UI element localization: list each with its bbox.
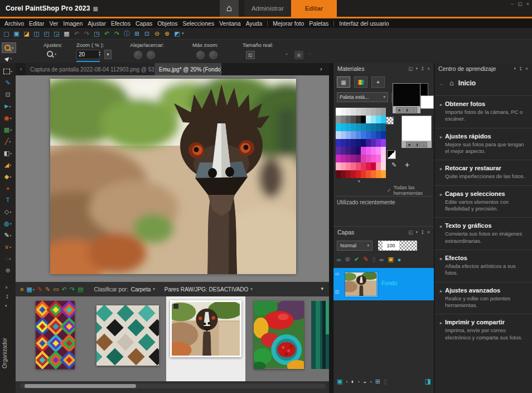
all-tools-checkbox[interactable]: ✓ Todas las herramientas — [387, 185, 434, 196]
float-panel-icon[interactable]: ◱ — [408, 66, 413, 71]
layer-row-fondo[interactable]: ▭ ◱ Fondo — [333, 268, 434, 300]
color-swatch[interactable] — [361, 155, 366, 162]
balloon-tool[interactable]: ◍▾ — [1, 218, 15, 229]
color-swatch[interactable] — [336, 147, 341, 155]
workspace-tab-editar[interactable]: Editar — [291, 0, 337, 17]
thumbnail-market[interactable] — [254, 301, 304, 369]
raw-jpg-dropdown[interactable]: Pares RAW/JPG: DESACTIVADO▾ — [165, 286, 253, 293]
minimize-button[interactable]: – — [511, 1, 514, 7]
color-swatch[interactable] — [351, 116, 356, 123]
color-swatch[interactable] — [341, 131, 346, 139]
background-chip-buttons[interactable]: ▣◨▯ — [402, 141, 432, 148]
color-swatch[interactable] — [366, 162, 371, 170]
color-swatch[interactable] — [361, 123, 366, 131]
menu-ajustar[interactable]: Ajustar — [88, 20, 106, 27]
zoom-in-max-button[interactable] — [209, 51, 217, 59]
layer-visibility-icon[interactable]: ▭ — [335, 271, 340, 276]
gradient-tool[interactable]: ◧▾ — [1, 147, 15, 159]
zoom-spinner[interactable]: ▴▾ — [99, 51, 100, 56]
color-swatch[interactable] — [356, 116, 361, 123]
color-swatch[interactable] — [371, 123, 376, 131]
menu-mejorar-foto[interactable]: Mejorar foto — [273, 20, 304, 27]
zoom-out-icon[interactable]: ⊖ — [153, 30, 161, 37]
color-swatch[interactable] — [356, 108, 361, 116]
color-swatch[interactable] — [341, 123, 346, 131]
open-image-icon[interactable]: ▣ — [12, 30, 21, 37]
redo-icon[interactable]: ↷ — [113, 30, 121, 37]
zoom-out-button[interactable] — [134, 51, 142, 59]
restore-button[interactable]: ◱ — [518, 1, 523, 7]
mesh-warp-tool[interactable]: ⊕ — [1, 265, 15, 276]
menu-ayuda[interactable]: Ayuda — [246, 20, 263, 27]
transparency-toggle[interactable] — [386, 117, 394, 124]
add-color-icon[interactable]: + — [405, 160, 409, 169]
org-menu-icon[interactable]: ≡ — [20, 286, 23, 293]
extra-option-dot[interactable] — [286, 53, 288, 55]
color-swatch[interactable] — [341, 162, 346, 170]
org-thumbnail-mode-icon[interactable]: ▦▾ — [26, 286, 34, 293]
learning-section-obtener-fotos[interactable]: ▸Obtener fotosImporte fotos de la cámara… — [434, 95, 532, 128]
crop-tool[interactable]: ⊡ — [1, 89, 15, 100]
organizer-close-icon[interactable]: × — [5, 285, 8, 290]
color-swatch[interactable] — [366, 108, 371, 116]
new-image-icon[interactable]: ▢ — [2, 30, 11, 37]
palette-select-dropdown[interactable]: Paleta está...▾ — [337, 92, 388, 102]
chain-link-icon[interactable]: ∞ — [380, 256, 384, 263]
color-swatch[interactable] — [356, 162, 361, 170]
color-swatch[interactable] — [366, 155, 371, 162]
menu-capas[interactable]: Capas — [136, 20, 152, 27]
menu-ver[interactable]: Ver — [49, 20, 58, 27]
presets-dropdown[interactable]: ▾ — [47, 51, 56, 57]
makeover-tool[interactable]: ▩▾ — [1, 124, 15, 136]
color-swatch[interactable] — [371, 155, 376, 162]
straighten-tool[interactable]: ╱▾ — [1, 136, 15, 147]
thumbnail-emu-selected[interactable]: ◦ — [170, 300, 241, 357]
color-swatch[interactable] — [361, 108, 366, 116]
zoom-in-button[interactable] — [147, 51, 155, 59]
ghost-layer-icon[interactable]: ▯ — [373, 256, 376, 263]
color-swatch[interactable] — [381, 116, 386, 123]
scrollbar-thumb[interactable] — [25, 384, 136, 388]
color-swatch[interactable] — [356, 131, 361, 139]
color-swatch[interactable] — [356, 155, 361, 162]
menu-efectos[interactable]: Efectos — [111, 20, 130, 27]
color-swatch[interactable] — [341, 108, 346, 116]
shape-tool[interactable]: ◇▾ — [1, 206, 15, 218]
color-swatch[interactable] — [346, 116, 351, 123]
link-layers-icon[interactable]: ∞ — [337, 256, 341, 263]
learning-section-imprimir-y-compartir[interactable]: ▸Imprimir y compartirImprima, envíe por … — [434, 314, 532, 346]
rainbow-tab[interactable] — [354, 76, 367, 88]
chevron-down-icon[interactable]: ▾ — [415, 66, 418, 71]
color-swatch[interactable] — [361, 116, 366, 123]
color-swatch[interactable] — [376, 170, 381, 178]
menu-imagen[interactable]: Imagen — [63, 20, 83, 27]
chevron-down-icon[interactable]: ▾ — [415, 230, 418, 234]
sort-by-dropdown[interactable]: Carpeta▾ — [131, 286, 155, 293]
color-swatch[interactable] — [336, 108, 341, 116]
back-icon[interactable]: ← — [439, 80, 445, 87]
learning-section-ajustes-rapidos[interactable]: ▸Ajustes rápidosMejore sus fotos para qu… — [434, 128, 532, 160]
float-panel-icon[interactable]: ◱ — [408, 229, 413, 235]
extra-option-grid[interactable]: ⁘ — [308, 52, 312, 57]
thumbnail-tiles[interactable] — [96, 305, 159, 366]
close-icon[interactable]: × — [427, 66, 430, 71]
chevron-down-icon[interactable]: ▾ — [5, 304, 7, 308]
color-swatch[interactable] — [356, 123, 361, 131]
color-swatch[interactable] — [371, 116, 376, 123]
layer-link-icon[interactable]: ◱ — [335, 289, 340, 294]
highlight-brush-icon[interactable]: ✎ — [363, 256, 368, 263]
learning-section-ajustes-avanzados[interactable]: ▸Ajustes avanzadosRealce y edite con pot… — [434, 282, 532, 314]
color-swatch[interactable] — [361, 170, 366, 178]
color-swatch[interactable] — [341, 170, 346, 178]
color-swatch[interactable] — [371, 170, 376, 178]
info-icon[interactable]: ⓘ — [123, 30, 131, 37]
color-swatch[interactable] — [381, 147, 386, 155]
new-layer-icon[interactable]: ▣ — [337, 378, 342, 385]
zoom-in-icon[interactable]: ⊕ — [163, 30, 171, 37]
background-white-chip[interactable] — [420, 95, 434, 109]
color-swatch[interactable] — [336, 139, 341, 147]
resize-icon[interactable]: ⊞ — [133, 30, 141, 37]
color-swatch[interactable] — [361, 139, 366, 147]
lock-icon[interactable]: ▣ — [388, 256, 393, 263]
org-redo-icon[interactable]: ↷ — [70, 286, 75, 293]
